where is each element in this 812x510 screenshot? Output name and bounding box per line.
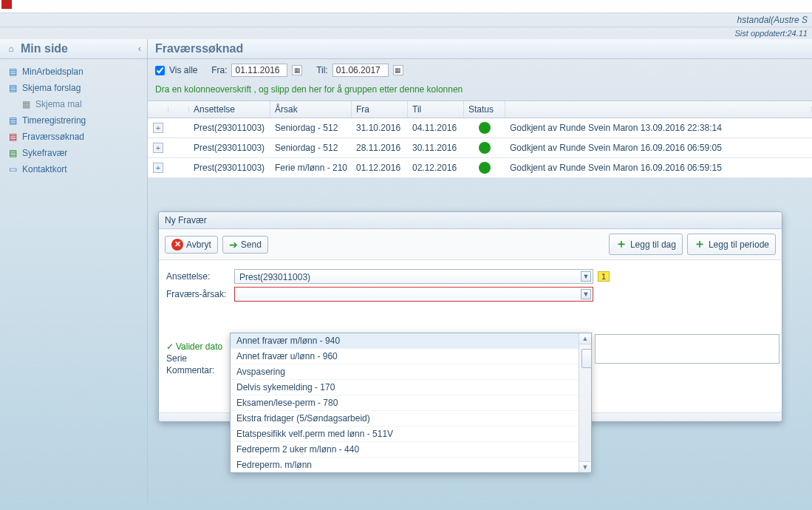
sidebar-item-timeregistrering[interactable]: ▤Timeregistrering [0,112,147,129]
cancel-button[interactable]: ✕ Avbryt [165,236,218,254]
from-date-input[interactable] [231,64,287,77]
arsak-dropdown-list[interactable]: Annet fravær m/lønn - 940Annet fravær u/… [230,333,592,473]
cell-fra: 31.10.2016 [352,119,408,137]
status-approved-icon [479,142,491,154]
cell-ansettelse: Prest(293011003) [189,159,270,177]
arsak-dropdown[interactable]: ▼ [234,287,593,302]
arsak-option[interactable]: Ekstra fridager (5/Søndagsarbeid) [231,411,591,426]
arsak-option[interactable]: Annet fravær m/lønn - 940 [231,333,591,349]
sidebar-title: ⌂ Min side [6,42,68,55]
ansettelse-count-badge: 1 [598,271,610,282]
chevron-down-icon: ▼ [581,271,591,282]
from-label: Fra: [211,65,227,75]
app-logo-icon [1,0,12,9]
show-all-label: Vis alle [169,65,197,75]
new-absence-dialog: Ny Fravær ✕ Avbryt ➔ Send ＋ Legg til dag… [158,211,782,422]
show-all-checkbox[interactable] [155,66,165,75]
send-button[interactable]: ➔ Send [222,236,268,254]
cell-fra: 28.11.2016 [352,139,408,157]
check-icon: ✓ [166,341,174,352]
to-calendar-icon[interactable]: ▦ [393,65,403,75]
chevron-down-icon: ▼ [581,289,591,299]
kommentar-textarea[interactable] [595,334,779,364]
clock-icon: ▤ [7,115,18,126]
sidebar-item-skjema-forslag[interactable]: ▤Skjema forslag [0,80,147,96]
sidebar-item-label: Timeregistrering [22,115,86,126]
cancel-icon: ✕ [171,239,183,251]
col-arsak[interactable]: Årsak [270,101,352,118]
sidebar-item-label: Skjema forslag [22,83,81,93]
card-icon: ▭ [7,164,18,174]
table-row[interactable]: +Prest(293011003)Ferie m/lønn - 21001.12… [148,158,812,178]
cell-arsak: Ferie m/lønn - 210 [270,159,352,177]
cell-detail: Godkjent av Runde Svein Maron 16.09.2016… [505,139,812,157]
cell-arsak: Seniordag - 512 [270,139,352,157]
expand-row-icon[interactable]: + [153,123,163,133]
sidebar-item-label: Skjema mal [35,99,82,109]
slider-handle-icon[interactable] [581,349,592,368]
to-label: Til: [316,65,328,75]
grouping-hint: Dra en kolonneoverskrift , og slipp den … [148,81,812,98]
sidebar-item-label: Sykefravær [22,148,67,158]
cell-detail: Godkjent av Runde Svein Maron 13.09.2016… [505,119,812,137]
arsak-option[interactable]: Etatspesifikk velf.perm med lønn - 511V [231,426,591,442]
calendar-red-icon: ▤ [7,132,18,142]
ansettelse-dropdown[interactable]: Prest(293011003) ▼ [234,269,593,284]
sidebar-item-sykefravær[interactable]: ▤Sykefravær [0,145,147,161]
cell-til: 30.11.2016 [408,139,464,157]
cell-til: 04.11.2016 [408,119,464,137]
arsak-option[interactable]: Fedreperm. m/lønn [231,458,591,473]
plus-icon: ＋ [694,237,706,252]
col-status[interactable]: Status [464,101,505,118]
arsak-option[interactable]: Eksamen/lese-perm - 780 [231,395,591,411]
sidebar-item-kontaktkort[interactable]: ▭Kontaktkort [0,161,147,177]
arsak-option[interactable]: Fedreperm 2 uker m/lønn - 440 [231,442,591,458]
serie-label: Serie [166,353,222,364]
expand-row-icon[interactable]: + [153,163,163,173]
col-til[interactable]: Til [408,101,464,118]
calendar-icon: ▤ [7,67,18,77]
sidebar-item-skjema-mal[interactable]: ▦Skjema mal [0,96,147,112]
status-approved-icon [479,122,491,134]
sidebar-item-minarbeidsplan[interactable]: ▤MinArbeidsplan [0,64,147,80]
table-row[interactable]: +Prest(293011003)Seniordag - 51231.10.20… [148,118,812,138]
col-fra[interactable]: Fra [352,101,408,118]
cell-arsak: Seniordag - 512 [270,119,352,137]
arsak-option[interactable]: Avspasering [231,364,591,380]
calendar-icon: ▤ [7,83,18,93]
valider-dato-toggle[interactable]: ✓ Valider dato [166,341,222,352]
cell-ansettelse: Prest(293011003) [189,139,270,157]
user-info: hstandal(Austre S [0,13,812,27]
home-icon: ⌂ [6,44,16,54]
arsak-option[interactable]: Delvis sykemelding - 170 [231,380,591,395]
table-row[interactable]: +Prest(293011003)Seniordag - 51228.11.20… [148,138,812,158]
grid-icon: ▦ [21,99,31,109]
cell-detail: Godkjent av Runde Svein Maron 16.09.2016… [505,159,812,177]
last-updated: Sist oppdatert:24.11 [0,27,812,39]
send-icon: ➔ [229,239,238,251]
absence-grid: Ansettelse Årsak Fra Til Status +Prest(2… [148,101,812,178]
add-period-button[interactable]: ＋ Legg til periode [687,234,776,255]
expand-row-icon[interactable]: + [153,143,163,153]
to-date-input[interactable] [332,64,389,77]
cell-ansettelse: Prest(293011003) [189,119,270,137]
arsak-label: Fraværs-årsak: [166,289,230,299]
sidebar-item-fraværssøknad[interactable]: ▤Fraværssøknad [0,129,147,145]
sidebar: ⌂ Min side ‹ ▤MinArbeidsplan▤Skjema fors… [0,39,148,505]
dialog-title: Ny Fravær [159,212,782,229]
sidebar-item-label: Kontaktkort [22,164,67,174]
page-title: Fraværssøknad [148,39,812,59]
sidebar-collapse-toggle[interactable]: ‹ [138,44,141,54]
col-ansettelse[interactable]: Ansettelse [189,101,270,118]
arsak-option[interactable]: Annet fravær u/lønn - 960 [231,349,591,364]
calendar-green-icon: ▤ [7,148,18,158]
cell-fra: 01.12.2016 [352,159,408,177]
sidebar-item-label: MinArbeidsplan [22,67,83,77]
cell-til: 02.12.2016 [408,159,464,177]
add-day-button[interactable]: ＋ Legg til dag [609,234,683,255]
sidebar-item-label: Fraværssøknad [22,132,84,142]
ansettelse-label: Ansettelse: [166,271,230,282]
kommentar-label: Kommentar: [166,365,222,375]
plus-icon: ＋ [615,237,627,252]
from-calendar-icon[interactable]: ▦ [292,65,302,75]
